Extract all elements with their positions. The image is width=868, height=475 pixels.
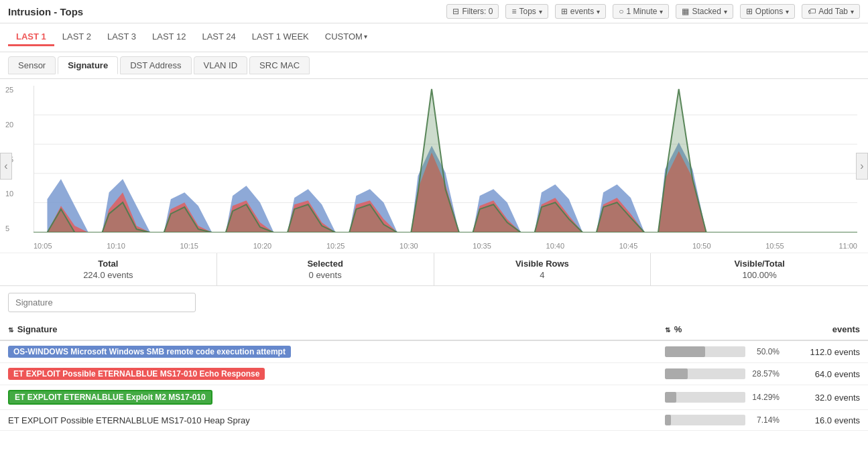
app-header: Intrusion - Tops ⊟ Filters: 0 ≡ Tops ▾ ⊞… bbox=[0, 0, 868, 23]
table-row: ET EXPLOIT ETERNALBLUE Exploit M2 MS17-0… bbox=[0, 385, 868, 410]
chart-x-axis: 10:05 10:10 10:15 10:20 10:25 10:30 10:3… bbox=[34, 242, 857, 250]
pct-bar-fill bbox=[665, 415, 671, 425]
events-cell: 16.0 events bbox=[788, 410, 868, 431]
pct-text: 14.29% bbox=[749, 393, 780, 402]
chart-svg bbox=[34, 86, 857, 232]
header-controls: ⊟ Filters: 0 ≡ Tops ▾ ⊞ events ▾ ○ 1 Min… bbox=[446, 4, 860, 19]
tab-last1week[interactable]: LAST 1 WEEK bbox=[244, 29, 317, 46]
options-chevron-icon: ▾ bbox=[786, 8, 789, 15]
col-signature[interactable]: ⇅ Signature bbox=[0, 319, 657, 340]
tab-src-mac[interactable]: SRC MAC bbox=[249, 56, 310, 74]
pct-bar-bg bbox=[665, 415, 745, 425]
svg-marker-7 bbox=[34, 89, 857, 232]
chart-scroll-left[interactable]: ‹ bbox=[0, 153, 12, 180]
sub-tabs-bar: Sensor Signature DST Address VLAN ID SRC… bbox=[0, 52, 868, 79]
search-area bbox=[0, 286, 868, 319]
chart-scroll-right[interactable]: › bbox=[856, 153, 868, 180]
stats-row: Total 224.0 events Selected 0 events Vis… bbox=[0, 253, 868, 286]
chart-area: ‹ › 25 20 15 10 5 10:05 10:10 10:15 10:2… bbox=[0, 79, 868, 253]
signature-cell: ET EXPLOIT Possible ETERNALBLUE MS17-010… bbox=[0, 363, 657, 385]
events-cell: 32.0 events bbox=[788, 385, 868, 410]
clock-icon: ○ bbox=[619, 7, 623, 16]
events-chevron-icon: ▾ bbox=[597, 8, 600, 15]
bar-chart-icon: ▦ bbox=[682, 7, 689, 16]
options-button[interactable]: ⊞ Options ▾ bbox=[740, 4, 795, 19]
stacked-chevron-icon: ▾ bbox=[724, 8, 727, 15]
stat-total: Total 224.0 events bbox=[0, 253, 217, 285]
tab-dst-address[interactable]: DST Address bbox=[120, 56, 191, 74]
table-row: ET EXPLOIT Possible ETERNALBLUE MS17-010… bbox=[0, 363, 868, 385]
table-header-row: ⇅ Signature ⇅ % events bbox=[0, 319, 868, 340]
events-button[interactable]: ⊞ events ▾ bbox=[555, 4, 606, 19]
stacked-button[interactable]: ▦ Stacked ▾ bbox=[676, 4, 733, 19]
pct-cell: 14.29% bbox=[657, 385, 788, 410]
pct-bar-fill bbox=[665, 368, 688, 379]
custom-chevron-icon: ▾ bbox=[364, 33, 367, 40]
pct-bar-fill bbox=[665, 346, 705, 357]
pct-bar-bg bbox=[665, 368, 745, 379]
col-events: events bbox=[788, 319, 868, 340]
signature-badge: ET EXPLOIT ETERNALBLUE Exploit M2 MS17-0… bbox=[8, 390, 212, 405]
chart-icon: ⊞ bbox=[561, 7, 568, 16]
tab-signature[interactable]: Signature bbox=[58, 56, 118, 74]
pct-bar-bg bbox=[665, 392, 745, 403]
tag-icon: 🏷 bbox=[808, 7, 816, 16]
tab-sensor[interactable]: Sensor bbox=[8, 56, 56, 74]
pct-cell: 50.0% bbox=[657, 340, 788, 363]
signature-badge: ET EXPLOIT Possible ETERNALBLUE MS17-010… bbox=[8, 368, 265, 380]
add-tab-button[interactable]: 🏷 Add Tab ▾ bbox=[802, 4, 860, 19]
pct-text: 50.0% bbox=[749, 347, 780, 356]
filter-icon: ⊟ bbox=[452, 7, 459, 16]
tops-chevron-icon: ▾ bbox=[539, 8, 542, 15]
col-pct[interactable]: ⇅ % bbox=[657, 319, 788, 340]
pct-cell: 7.14% bbox=[657, 410, 788, 431]
pct-text: 28.57% bbox=[749, 369, 780, 379]
pct-text: 7.14% bbox=[749, 415, 780, 425]
signature-sort-icon: ⇅ bbox=[8, 326, 13, 334]
data-table: ⇅ Signature ⇅ % events OS-WINDOWS Micros… bbox=[0, 319, 868, 431]
stat-visible-total: Visible/Total 100.00% bbox=[651, 253, 868, 285]
signature-search-input[interactable] bbox=[8, 293, 196, 312]
signature-cell: OS-WINDOWS Microsoft Windows SMB remote … bbox=[0, 340, 657, 363]
pct-bar-bg bbox=[665, 346, 745, 357]
app-title: Intrusion - Tops bbox=[8, 6, 83, 17]
tops-button[interactable]: ≡ Tops ▾ bbox=[505, 4, 548, 19]
minute-chevron-icon: ▾ bbox=[660, 8, 663, 15]
tab-vlan-id[interactable]: VLAN ID bbox=[194, 56, 248, 74]
filters-button[interactable]: ⊟ Filters: 0 bbox=[446, 4, 499, 19]
events-cell: 64.0 events bbox=[788, 363, 868, 385]
pct-cell: 28.57% bbox=[657, 363, 788, 385]
events-cell: 112.0 events bbox=[788, 340, 868, 363]
tab-last1[interactable]: LAST 1 bbox=[8, 29, 54, 46]
table-row: OS-WINDOWS Microsoft Windows SMB remote … bbox=[0, 340, 868, 363]
signature-cell: ET EXPLOIT ETERNALBLUE Exploit M2 MS17-0… bbox=[0, 385, 657, 410]
tab-custom[interactable]: CUSTOM ▾ bbox=[317, 29, 375, 46]
addtab-chevron-icon: ▾ bbox=[851, 8, 854, 15]
stat-selected: Selected 0 events bbox=[217, 253, 434, 285]
tab-last3[interactable]: LAST 3 bbox=[99, 29, 144, 46]
pct-bar-fill bbox=[665, 392, 676, 403]
pct-sort-icon: ⇅ bbox=[665, 326, 670, 334]
time-tabs-bar: LAST 1 LAST 2 LAST 3 LAST 12 LAST 24 LAS… bbox=[0, 23, 868, 52]
tab-last12[interactable]: LAST 12 bbox=[144, 29, 194, 46]
tab-last24[interactable]: LAST 24 bbox=[194, 29, 243, 46]
tab-last2[interactable]: LAST 2 bbox=[54, 29, 99, 46]
signature-badge: OS-WINDOWS Microsoft Windows SMB remote … bbox=[8, 346, 291, 358]
grid-icon: ⊞ bbox=[746, 7, 753, 16]
list-icon: ≡ bbox=[511, 7, 516, 16]
table-row: ET EXPLOIT Possible ETERNALBLUE MS17-010… bbox=[0, 410, 868, 431]
signature-cell: ET EXPLOIT Possible ETERNALBLUE MS17-010… bbox=[0, 410, 657, 431]
stat-visible-rows: Visible Rows 4 bbox=[434, 253, 652, 285]
minute-button[interactable]: ○ 1 Minute ▾ bbox=[613, 4, 669, 19]
